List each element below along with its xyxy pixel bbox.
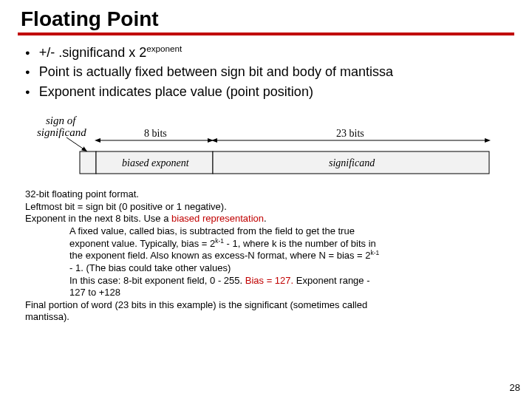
note-line-4: A fixed value, called bias, is subtracte…	[69, 225, 507, 238]
bullet-2: Point is actually fixed between sign bit…	[41, 64, 511, 81]
note-line-6: the exponent field. Also known as excess…	[69, 250, 507, 262]
note-line-8: In this case: 8-bit exponent field, 0 - …	[69, 275, 507, 287]
note-line-7: - 1. (The bias could take other values)	[69, 262, 507, 275]
bullet-1: +/- .significand x 2exponent	[41, 44, 511, 61]
exp-width-label: 8 bits	[144, 128, 167, 139]
title-underline	[18, 33, 514, 35]
sign-label-1: sign of	[46, 115, 77, 126]
note-3a: Exponent in the next 8 bits. Use a	[25, 213, 171, 224]
sig-width-label: 23 bits	[336, 128, 364, 139]
note-3-red: biased representation	[171, 213, 264, 224]
svg-line-0	[66, 137, 85, 150]
note-8b: Exponent range -	[293, 275, 369, 286]
bullet-1-text: +/- .significand x 2	[39, 45, 147, 60]
note-line-5: exponent value. Typically, bias = 2k-1 -…	[69, 238, 507, 250]
sig-field-label: significand	[329, 157, 375, 168]
note-line-10: Final portion of word (23 bits in this e…	[25, 299, 507, 312]
svg-rect-3	[80, 151, 96, 174]
bullet-3: Exponent indicates place value (point po…	[41, 83, 511, 100]
note-6a: the exponent field. Also known as excess…	[69, 250, 371, 261]
note-5-sup: k-1	[215, 236, 224, 244]
format-diagram: sign of significand 8 bits 23 bits biase…	[37, 111, 495, 181]
note-5a: exponent value. Typically, bias = 2	[69, 238, 215, 249]
bullet-list: +/- .significand x 2exponent Point is ac…	[25, 44, 511, 100]
note-line-1: 32-bit floating point format.	[25, 188, 507, 201]
note-8-red: Bias = 127.	[245, 275, 293, 286]
note-6-sup: k-1	[371, 249, 380, 256]
page-title: Floating Point	[21, 7, 511, 31]
page-number: 28	[510, 382, 520, 393]
bullet-1-sup: exponent	[146, 44, 182, 53]
note-3b: .	[264, 213, 267, 224]
exp-field-label: biased exponent	[122, 157, 190, 168]
note-5b: - 1, where k is the number of bits in	[224, 238, 376, 249]
note-line-3: Exponent in the next 8 bits. Use a biase…	[25, 213, 507, 225]
note-8a: In this case: 8-bit exponent field, 0 - …	[69, 275, 245, 286]
sign-label-2: significand	[37, 126, 86, 138]
note-line-2: Leftmost bit = sign bit (0 positive or 1…	[25, 201, 507, 214]
note-line-11: mantissa).	[25, 311, 507, 324]
note-line-9: 127 to +128	[69, 287, 507, 299]
notes-block: 32-bit floating point format. Leftmost b…	[25, 188, 507, 324]
